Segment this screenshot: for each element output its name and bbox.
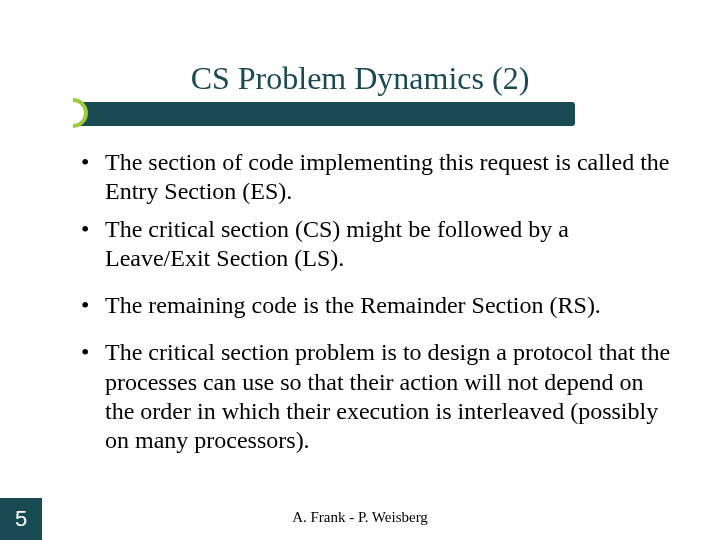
title-underline-bar (65, 102, 575, 126)
bullet-item: The critical section (CS) might be follo… (75, 215, 675, 274)
footer-authors: A. Frank - P. Weisberg (0, 509, 720, 526)
bullet-item: The critical section problem is to desig… (75, 338, 675, 455)
slide-title: CS Problem Dynamics (2) (0, 60, 720, 97)
accent-circle-icon (58, 98, 88, 128)
slide: CS Problem Dynamics (2) The section of c… (0, 0, 720, 540)
bullet-item: The remaining code is the Remainder Sect… (75, 291, 675, 320)
title-wrap: CS Problem Dynamics (2) (0, 60, 720, 97)
bullet-item: The section of code implementing this re… (75, 148, 675, 207)
content-area: The section of code implementing this re… (75, 148, 675, 463)
bullet-list: The section of code implementing this re… (75, 148, 675, 455)
